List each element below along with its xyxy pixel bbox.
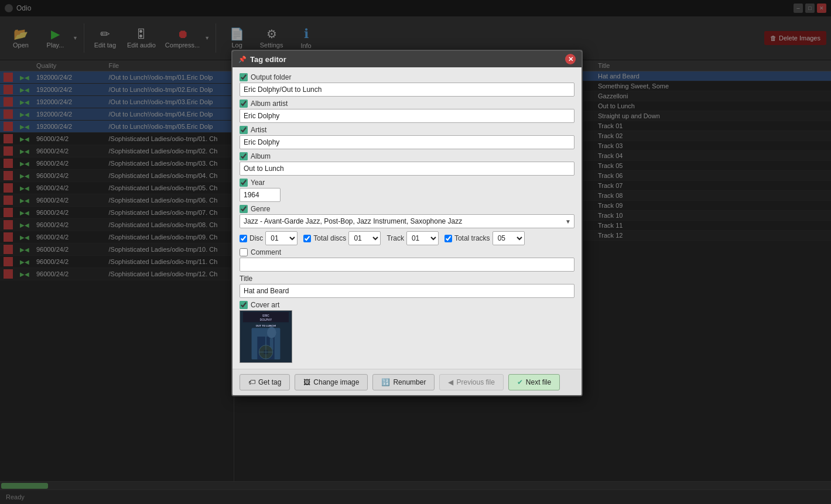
next-file-button[interactable]: ✔ Next file (508, 374, 560, 390)
album-checkbox[interactable] (240, 152, 248, 160)
file-play-cell[interactable]: ▶◀ (16, 256, 33, 268)
genre-input[interactable] (240, 214, 574, 228)
file-play-cell[interactable]: ▶◀ (16, 133, 33, 145)
edit-audio-button[interactable]: 🎛 Edit audio (124, 26, 159, 51)
comment-checkbox[interactable] (240, 248, 248, 256)
compress-dropdown-arrow[interactable]: ▼ (203, 26, 211, 51)
play-dropdown-arrow[interactable]: ▼ (71, 26, 79, 51)
renumber-button[interactable]: 🔢 Renumber (372, 374, 435, 390)
genre-checkbox[interactable] (240, 205, 248, 213)
disc-checkbox[interactable] (240, 235, 247, 242)
total-tracks-select[interactable]: 05 (493, 231, 525, 245)
file-table-row[interactable]: ▶◀ 192000/24/2 /Out to Lunch!/odio-tmp/0… (0, 71, 234, 84)
edit-tag-button[interactable]: ✏ Edit tag (89, 26, 121, 51)
file-table-row[interactable]: ▶◀ 96000/24/2 /Sophisticated Ladies/odio… (0, 244, 234, 256)
file-play-cell[interactable]: ▶◀ (16, 71, 33, 84)
year-checkbox[interactable] (240, 179, 248, 187)
play-icon: ▶ (51, 28, 60, 40)
change-image-button[interactable]: 🖼 Change image (295, 374, 368, 390)
file-table-row[interactable]: ▶◀ 96000/24/2 /Sophisticated Ladies/odio… (0, 182, 234, 194)
artist-checkbox[interactable] (240, 126, 248, 134)
col-quality[interactable]: Quality (33, 60, 105, 71)
file-table-row[interactable]: ▶◀ 192000/24/2 /Out to Lunch!/odio-tmp/0… (0, 84, 234, 96)
file-table-row[interactable]: ▶◀ 96000/24/2 /Sophisticated Ladies/odio… (0, 219, 234, 231)
previous-file-button[interactable]: ◀ Previous file (439, 374, 503, 390)
log-button[interactable]: 📄 Log (221, 26, 253, 51)
track-title-cell: Track 02 (593, 131, 831, 141)
file-play-cell[interactable]: ▶◀ (16, 231, 33, 244)
open-button[interactable]: 📂 Open (5, 26, 37, 51)
file-play-cell[interactable]: ▶◀ (16, 268, 33, 280)
horizontal-scrollbar[interactable] (0, 481, 831, 489)
settings-button[interactable]: ⚙ Settings (255, 26, 288, 51)
tag-editor-close-button[interactable]: ✕ (565, 54, 576, 64)
file-quality-cell: 192000/24/2 (33, 71, 105, 84)
cover-art-field: Cover art ERIC DOLPHY OUT TO (240, 301, 574, 363)
cover-art-image: ERIC DOLPHY OUT TO LUNCH! (240, 310, 292, 363)
output-folder-checkbox[interactable] (240, 73, 248, 81)
get-tag-button[interactable]: 🏷 Get tag (240, 374, 290, 390)
total-discs-checkbox[interactable] (303, 235, 311, 242)
play-button[interactable]: ▶ Play... (39, 26, 71, 51)
file-table-row[interactable]: ▶◀ 96000/24/2 /Sophisticated Ladies/odio… (0, 256, 234, 268)
file-play-cell[interactable]: ▶◀ (16, 121, 33, 133)
edit-audio-label: Edit audio (127, 42, 156, 49)
file-table-row[interactable]: ▶◀ 96000/24/2 /Sophisticated Ladies/odio… (0, 133, 234, 145)
file-table-row[interactable]: ▶◀ 96000/24/2 /Sophisticated Ladies/odio… (0, 170, 234, 182)
album-artist-checkbox[interactable] (240, 100, 248, 108)
info-icon: ℹ (304, 28, 309, 40)
scrollbar-thumb[interactable] (1, 483, 48, 489)
track-select[interactable]: 01 (406, 231, 439, 245)
track-title-cell: Gazzelloni (593, 91, 831, 101)
file-table-row[interactable]: ▶◀ 96000/24/2 /Sophisticated Ladies/odio… (0, 231, 234, 244)
file-play-cell[interactable]: ▶◀ (16, 170, 33, 182)
col-file[interactable]: File (105, 60, 234, 71)
file-play-cell[interactable]: ▶◀ (16, 108, 33, 121)
comment-input[interactable] (240, 258, 574, 272)
col-title[interactable]: Title (593, 60, 831, 71)
file-play-cell[interactable]: ▶◀ (16, 194, 33, 207)
album-input[interactable] (240, 162, 574, 176)
file-table-row[interactable]: ▶◀ 96000/24/2 /Sophisticated Ladies/odio… (0, 207, 234, 219)
file-play-cell[interactable]: ▶◀ (16, 219, 33, 231)
maximize-button[interactable]: □ (805, 4, 815, 13)
total-tracks-checkbox[interactable] (444, 235, 452, 242)
file-table-row[interactable]: ▶◀ 96000/24/2 /Sophisticated Ladies/odio… (0, 194, 234, 207)
year-input[interactable] (240, 188, 281, 202)
file-play-cell[interactable]: ▶◀ (16, 182, 33, 194)
total-discs-select[interactable]: 01 (348, 231, 381, 245)
compress-button[interactable]: ⏺ Compress... (162, 26, 203, 51)
file-play-cell[interactable]: ▶◀ (16, 84, 33, 96)
file-quality-cell: 96000/24/2 (33, 207, 105, 219)
album-artist-input[interactable] (240, 109, 574, 123)
delete-images-button[interactable]: 🗑 Delete Images (764, 31, 826, 45)
file-table-row[interactable]: ▶◀ 192000/24/2 /Out to Lunch!/odio-tmp/0… (0, 96, 234, 108)
title-input[interactable] (240, 284, 574, 298)
file-path-cell: /Sophisticated Ladies/odio-tmp/07. Ch (105, 207, 234, 219)
file-play-cell[interactable]: ▶◀ (16, 145, 33, 157)
file-play-cell[interactable]: ▶◀ (16, 207, 33, 219)
file-table-row[interactable]: ▶◀ 96000/24/2 /Sophisticated Ladies/odio… (0, 145, 234, 157)
minimize-button[interactable]: – (794, 4, 803, 13)
file-play-cell[interactable]: ▶◀ (16, 157, 33, 170)
track-field: Track 01 (387, 231, 439, 245)
file-thumb-cell (0, 84, 16, 96)
close-button[interactable]: ✕ (817, 4, 826, 13)
file-table-row[interactable]: ▶◀ 96000/24/2 /Sophisticated Ladies/odio… (0, 268, 234, 280)
file-table-row[interactable]: ▶◀ 96000/24/2 /Sophisticated Ladies/odio… (0, 157, 234, 170)
artist-input[interactable] (240, 135, 574, 149)
cover-art-checkbox[interactable] (240, 301, 248, 309)
file-quality-cell: 96000/24/2 (33, 231, 105, 244)
track-title-cell: Straight up and Down (593, 111, 831, 121)
title-bar: Odio – □ ✕ (0, 0, 831, 16)
file-play-cell[interactable]: ▶◀ (16, 244, 33, 256)
info-button[interactable]: ℹ Info (290, 25, 322, 52)
output-folder-input[interactable] (240, 83, 574, 97)
file-path-cell: /Sophisticated Ladies/odio-tmp/12. Ch (105, 268, 234, 280)
disc-select[interactable]: 01 (265, 231, 297, 245)
file-table-row[interactable]: ▶◀ 192000/24/2 /Out to Lunch!/odio-tmp/0… (0, 121, 234, 133)
file-play-cell[interactable]: ▶◀ (16, 96, 33, 108)
file-table-row[interactable]: ▶◀ 192000/24/2 /Out to Lunch!/odio-tmp/0… (0, 108, 234, 121)
genre-label-row: Genre (240, 205, 574, 213)
file-path-cell: /Sophisticated Ladies/odio-tmp/06. Ch (105, 194, 234, 207)
